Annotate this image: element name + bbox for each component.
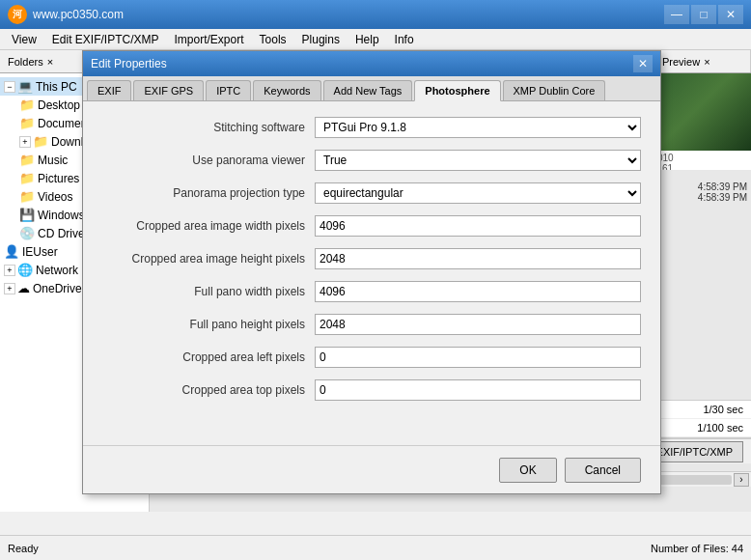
- select-projection-type[interactable]: equirectangular cylindrical mercator: [315, 182, 641, 204]
- pictures-icon: 📁: [19, 171, 35, 185]
- control-crop-left: [315, 347, 641, 368]
- status-bar: Ready Number of Files: 44: [0, 535, 751, 560]
- control-crop-top: [315, 379, 641, 401]
- tab-keywords[interactable]: Keywords: [253, 80, 320, 100]
- minimize-button[interactable]: —: [664, 5, 689, 24]
- ieuser-icon: 👤: [4, 244, 19, 259]
- dialog-footer: OK Cancel: [83, 445, 660, 493]
- downloads-icon: 📁: [33, 134, 48, 149]
- menu-bar: View Edit EXIF/IPTC/XMP Import/Export To…: [0, 29, 751, 50]
- timestamp-2: 4:58:39 PM: [698, 192, 747, 203]
- ok-button[interactable]: OK: [499, 458, 556, 483]
- expand-onedrive[interactable]: +: [4, 283, 15, 294]
- control-pano-height: [315, 314, 641, 335]
- control-panorama-viewer: True False: [315, 150, 641, 171]
- control-crop-width: [315, 215, 641, 237]
- label-pano-height: Full pano height pixels: [102, 318, 315, 331]
- dialog-close-button[interactable]: ✕: [633, 55, 653, 72]
- network-icon: 🌐: [17, 263, 33, 277]
- label-panorama-viewer: Use panorama viewer: [102, 154, 315, 167]
- expand-network[interactable]: +: [4, 265, 15, 276]
- file-exposure-0: 1/30 sec: [647, 404, 743, 415]
- control-pano-width: [315, 281, 641, 302]
- menu-import-export[interactable]: Import/Export: [167, 31, 252, 48]
- timestamp-list: 4:58:39 PM 4:58:39 PM: [696, 180, 749, 205]
- sidebar-label-onedrive: OneDrive: [33, 282, 82, 295]
- label-pano-width: Full pano width pixels: [102, 285, 315, 298]
- menu-tools[interactable]: Tools: [252, 31, 294, 48]
- expand-thispc[interactable]: −: [4, 81, 15, 93]
- dialog-title-bar: Edit Properties ✕: [83, 51, 660, 76]
- select-panorama-viewer[interactable]: True False: [315, 150, 641, 171]
- sidebar-label-music: Music: [38, 154, 68, 167]
- tab-exif-gps[interactable]: EXIF GPS: [133, 80, 204, 100]
- control-stitching-software: PTGui Pro 9.1.8: [315, 117, 641, 138]
- label-crop-left: Cropped area left pixels: [102, 350, 315, 364]
- col-preview-close[interactable]: ×: [700, 56, 713, 68]
- tab-add-new-tags[interactable]: Add New Tags: [323, 80, 413, 100]
- input-crop-height[interactable]: [315, 248, 641, 269]
- form-row-projection-type: Panorama projection type equirectangular…: [102, 182, 641, 204]
- form-row-crop-left: Cropped area left pixels: [102, 347, 641, 368]
- sidebar-label-videos: Videos: [38, 190, 72, 204]
- maximize-button[interactable]: □: [691, 5, 716, 24]
- thispc-icon: 💻: [17, 79, 33, 94]
- form-row-stitching-software: Stitching software PTGui Pro 9.1.8: [102, 117, 641, 138]
- expand-downloads[interactable]: +: [19, 136, 31, 148]
- scroll-right-btn[interactable]: ›: [734, 473, 749, 487]
- col-preview[interactable]: Preview ×: [654, 50, 751, 72]
- edit-properties-dialog: Edit Properties ✕ EXIF EXIF GPS IPTC Key…: [82, 50, 661, 494]
- input-crop-top[interactable]: [315, 379, 641, 401]
- label-stitching-software: Stitching software: [102, 121, 315, 134]
- dialog-tabs: EXIF EXIF GPS IPTC Keywords Add New Tags…: [83, 76, 660, 101]
- label-crop-width: Cropped area image width pixels: [102, 219, 315, 233]
- input-pano-height[interactable]: [315, 314, 641, 335]
- onedrive-icon: ☁: [17, 281, 30, 295]
- timestamp-1: 4:58:39 PM: [698, 182, 747, 192]
- sidebar-label-desktop: Desktop: [38, 98, 80, 112]
- col-folders-close[interactable]: ×: [43, 56, 57, 68]
- windows-icon: 💾: [19, 208, 35, 222]
- menu-plugins[interactable]: Plugins: [294, 31, 348, 48]
- file-exposure-1: 1/100 sec: [647, 422, 743, 434]
- sidebar-label-thispc: This PC: [36, 80, 77, 94]
- menu-info[interactable]: Info: [387, 31, 422, 48]
- sidebar-label-cddrive: CD Drive: [38, 227, 85, 240]
- dialog-body: Stitching software PTGui Pro 9.1.8 Use p…: [83, 101, 660, 437]
- app-logo: 河: [8, 5, 27, 24]
- form-row-pano-width: Full pano width pixels: [102, 281, 641, 302]
- menu-view[interactable]: View: [4, 31, 44, 48]
- control-crop-height: [315, 248, 641, 269]
- menu-edit-exif[interactable]: Edit EXIF/IPTC/XMP: [44, 31, 167, 48]
- menu-help[interactable]: Help: [348, 31, 387, 48]
- app-close-button[interactable]: ✕: [718, 5, 743, 24]
- title-bar-controls: — □ ✕: [664, 5, 743, 24]
- title-bar: 河 www.pc0350.com — □ ✕: [0, 0, 751, 29]
- form-row-pano-height: Full pano height pixels: [102, 314, 641, 335]
- control-projection-type: equirectangular cylindrical mercator: [315, 182, 641, 204]
- status-ready: Ready: [8, 543, 39, 554]
- tab-xmp-dublin-core[interactable]: XMP Dublin Core: [503, 80, 606, 100]
- videos-icon: 📁: [19, 189, 35, 204]
- label-projection-type: Panorama projection type: [102, 186, 315, 200]
- file-count: Number of Files: 44: [651, 543, 743, 554]
- sidebar-label-network: Network: [36, 264, 78, 277]
- tab-photosphere[interactable]: Photosphere: [414, 80, 500, 101]
- label-crop-top: Cropped area top pixels: [102, 383, 315, 397]
- form-row-crop-width: Cropped area image width pixels: [102, 215, 641, 237]
- tab-iptc[interactable]: IPTC: [206, 80, 251, 100]
- input-crop-width[interactable]: [315, 215, 641, 237]
- dialog-title-text: Edit Properties: [91, 57, 633, 70]
- label-crop-height: Cropped area image height pixels: [102, 252, 315, 266]
- select-stitching-software[interactable]: PTGui Pro 9.1.8: [315, 117, 641, 138]
- cddrive-icon: 💿: [19, 226, 35, 240]
- input-pano-width[interactable]: [315, 281, 641, 302]
- sidebar-label-ieuser: IEUser: [22, 245, 58, 259]
- tab-exif[interactable]: EXIF: [87, 80, 131, 100]
- documents-icon: 📁: [19, 116, 35, 130]
- input-crop-left[interactable]: [315, 347, 641, 368]
- form-row-crop-top: Cropped area top pixels: [102, 379, 641, 401]
- form-row-panorama-viewer: Use panorama viewer True False: [102, 150, 641, 171]
- music-icon: 📁: [19, 153, 35, 167]
- cancel-button[interactable]: Cancel: [565, 458, 641, 483]
